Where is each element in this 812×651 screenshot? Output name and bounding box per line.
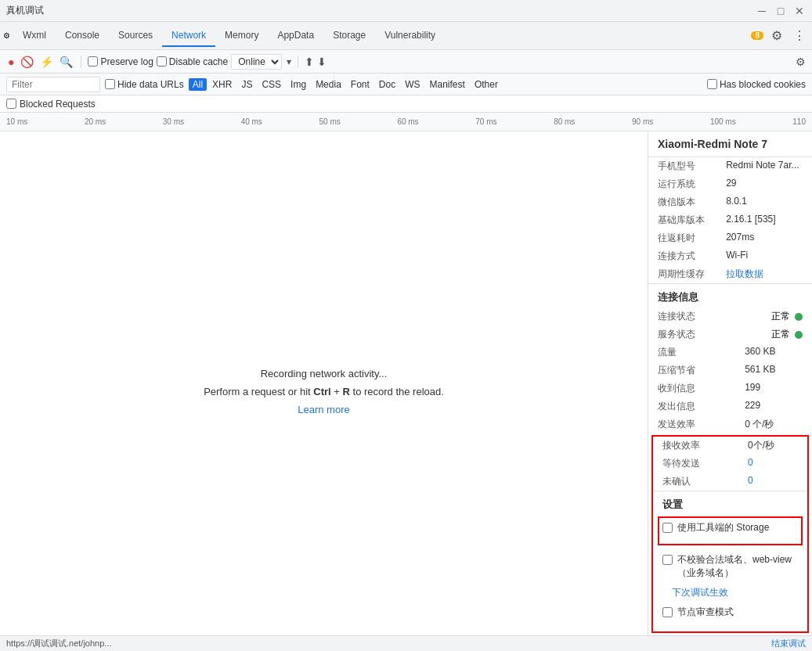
filter-types: All XHR JS CSS Img Media Font Doc WS Man…: [189, 78, 502, 91]
clear-button[interactable]: 🚫: [19, 54, 35, 70]
filter-css[interactable]: CSS: [258, 78, 285, 91]
use-storage-checkbox[interactable]: [662, 523, 673, 533]
tick-8: 90 ms: [632, 117, 653, 126]
filter-bar: Hide data URLs All XHR JS CSS Img Media …: [0, 74, 812, 95]
filter-font[interactable]: Font: [347, 78, 374, 91]
settings-section-header: 设置: [653, 491, 807, 515]
info-row: 往返耗时 207ms: [648, 229, 812, 247]
tab-console[interactable]: Console: [56, 25, 109, 47]
separator-1: [81, 56, 81, 68]
info-row: 流量 360 KB: [648, 343, 812, 361]
info-row: 未确认 0: [653, 473, 807, 491]
info-row: 发出信息 229: [648, 397, 812, 415]
hide-data-urls-checkbox[interactable]: [105, 79, 115, 89]
tab-vulnerability[interactable]: Vulnerability: [375, 25, 445, 47]
tab-sources[interactable]: Sources: [109, 25, 162, 47]
node-inspect-text: 节点审查模式: [677, 606, 734, 619]
disable-cache-checkbox[interactable]: [157, 56, 167, 67]
tick-7: 80 ms: [554, 117, 575, 126]
connection-detail-table: 流量 360 KB 压缩节省 561 KB 收到信息 199 发出信息 229: [648, 343, 812, 433]
wait-send-value[interactable]: 0: [748, 457, 753, 468]
info-row: 微信版本 8.0.1: [648, 193, 812, 211]
preserve-log-checkbox[interactable]: [88, 56, 98, 67]
info-value: 2.16.1 [535]: [716, 211, 812, 229]
import-button[interactable]: ⬆: [305, 56, 314, 68]
unconfirmed-value[interactable]: 0: [748, 475, 753, 486]
tab-network[interactable]: Network: [162, 25, 215, 47]
info-row: 等待发送 0: [653, 455, 807, 473]
timeline-ticks: 10 ms 20 ms 30 ms 40 ms 50 ms 60 ms 70 m…: [6, 117, 806, 126]
toolbar: ● 🚫 ⚡ 🔍 Preserve log Disable cache Onlin…: [0, 50, 812, 74]
settings-highlight-box: 接收效率 0个/秒 等待发送 0 未确认 0 设置: [651, 435, 809, 633]
learn-more-link[interactable]: Learn more: [298, 404, 349, 415]
settings-detail-table: 接收效率 0个/秒 等待发送 0 未确认 0: [653, 437, 807, 491]
end-debug-link[interactable]: 结束调试: [771, 638, 806, 649]
disable-cache-label[interactable]: Disable cache: [157, 56, 228, 67]
tab-storage[interactable]: Storage: [323, 25, 375, 47]
device-title: Xiaomi-Redmi Note 7: [648, 131, 812, 157]
info-row: 基础库版本 2.16.1 [535]: [648, 211, 812, 229]
info-value: 561 KB: [735, 361, 812, 379]
more-icon[interactable]: ⋮: [790, 27, 809, 45]
export-button[interactable]: ⬇: [317, 56, 327, 68]
info-value: 0: [738, 473, 807, 491]
filter-js[interactable]: JS: [237, 78, 256, 91]
blocked-cookies-label[interactable]: Has blocked cookies: [707, 79, 806, 90]
window-title: 真机调试: [6, 4, 756, 17]
filter-media[interactable]: Media: [312, 78, 345, 91]
preserve-log-label[interactable]: Preserve log: [88, 56, 153, 67]
filter-other[interactable]: Other: [471, 78, 502, 91]
devtools-icon: ⚙: [3, 31, 10, 40]
info-row: 手机型号 Redmi Note 7ar...: [648, 157, 812, 175]
right-sidebar: Xiaomi-Redmi Note 7 手机型号 Redmi Note 7ar.…: [648, 131, 812, 651]
settings-section: 不校验合法域名、web-view（业务域名） 下次调试生效 节点审查模式: [653, 547, 807, 631]
service-status-value: 正常: [771, 328, 790, 341]
blocked-requests-row: Blocked Requests: [0, 95, 812, 113]
pull-data-link[interactable]: 拉取数据: [726, 268, 763, 279]
record-button[interactable]: ●: [6, 54, 16, 70]
has-blocked-cookies-checkbox[interactable]: [707, 79, 717, 89]
tick-6: 70 ms: [475, 117, 496, 126]
info-label: 往返耗时: [648, 229, 716, 247]
devtools-icons: 8 ⚙ ⋮: [751, 27, 809, 45]
hide-data-urls-label[interactable]: Hide data URLs: [105, 79, 184, 90]
node-inspect-checkbox[interactable]: [662, 607, 673, 617]
node-inspect-label[interactable]: 节点审查模式: [662, 606, 798, 619]
filter-input[interactable]: [6, 77, 100, 92]
storage-highlight-box: 使用工具端的 Storage: [658, 516, 803, 545]
filter-all[interactable]: All: [189, 78, 207, 91]
gear-icon[interactable]: ⚙: [768, 27, 785, 45]
filter-ws[interactable]: WS: [401, 78, 424, 91]
use-storage-label[interactable]: 使用工具端的 Storage: [662, 521, 798, 534]
tab-appdata[interactable]: AppData: [268, 25, 323, 47]
minimize-button[interactable]: ─: [756, 5, 768, 17]
info-row: 收到信息 199: [648, 379, 812, 397]
toolbar-settings-button[interactable]: ⚙: [796, 56, 806, 68]
filter-img[interactable]: Img: [287, 78, 310, 91]
tick-2: 30 ms: [163, 117, 184, 126]
tab-wxml[interactable]: Wxml: [13, 25, 56, 47]
info-label: 发送效率: [648, 415, 735, 433]
ctrl-r-text: Perform a request or hit Ctrl + R to rec…: [204, 386, 444, 397]
info-row: 接收效率 0个/秒: [653, 437, 807, 455]
blocked-requests-checkbox[interactable]: [6, 99, 16, 109]
info-label: 运行系统: [648, 175, 716, 193]
info-value: 0: [738, 455, 807, 473]
throttle-select[interactable]: Online: [231, 54, 282, 70]
filter-icon[interactable]: ⚡: [38, 54, 55, 70]
no-validate-checkbox[interactable]: [662, 555, 673, 565]
window-chrome: 真机调试 ─ □ ✕: [0, 0, 812, 22]
blocked-requests-label[interactable]: Blocked Requests: [6, 99, 96, 110]
filter-manifest[interactable]: Manifest: [426, 78, 469, 91]
close-button[interactable]: ✕: [793, 5, 806, 17]
info-label: 发出信息: [648, 397, 735, 415]
info-label: 周期性缓存: [648, 265, 716, 283]
no-validate-label[interactable]: 不校验合法域名、web-view（业务域名）: [662, 553, 798, 580]
tab-memory[interactable]: Memory: [215, 25, 268, 47]
window-controls: ─ □ ✕: [756, 5, 806, 17]
connection-status-label: 连接状态: [658, 310, 695, 323]
filter-doc[interactable]: Doc: [375, 78, 399, 91]
maximize-button[interactable]: □: [774, 5, 787, 17]
search-button[interactable]: 🔍: [58, 54, 74, 70]
filter-xhr[interactable]: XHR: [208, 78, 236, 91]
